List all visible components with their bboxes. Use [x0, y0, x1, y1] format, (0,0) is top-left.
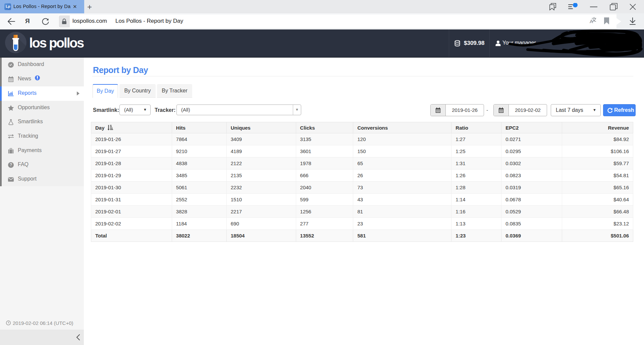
svg-text:?: ? — [10, 162, 12, 167]
